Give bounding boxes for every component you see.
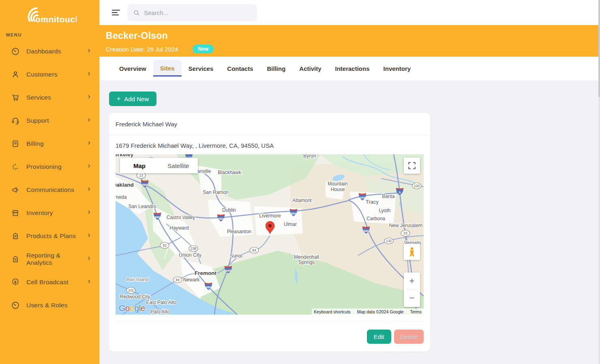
sidebar-item-reporting-analytics[interactable]: Reporting & Analytics — [0, 247, 99, 270]
topbar — [99, 0, 600, 25]
route-shield-5: 5 — [396, 188, 403, 195]
map-town-label: Byron — [303, 154, 316, 159]
search-input[interactable] — [144, 9, 251, 16]
sidebar-item-label: Users & Roles — [26, 302, 92, 309]
map-type-control: Map Satellite — [120, 158, 198, 173]
scrollbar[interactable] — [598, 0, 600, 364]
person-icon — [11, 70, 20, 79]
sidebar-item-support[interactable]: Support — [0, 109, 99, 132]
chevron-right-icon — [86, 209, 92, 217]
edit-button[interactable]: Edit — [367, 330, 391, 344]
sidebar-item-label: Dashboards — [26, 48, 86, 55]
map-town-label: Blackhawk — [218, 170, 241, 175]
fullscreen-button[interactable] — [404, 158, 420, 174]
route-shield-580: 580 — [290, 209, 297, 216]
map-town-label: House — [331, 187, 345, 192]
hamburger-menu-icon[interactable] — [111, 7, 121, 18]
tab-sites[interactable]: Sites — [153, 60, 182, 77]
tab-contacts[interactable]: Contacts — [220, 57, 260, 81]
spinner-icon — [11, 162, 20, 171]
sidebar-item-label: Reporting & Analytics — [26, 252, 86, 266]
sidebar-item-users-roles[interactable]: Users & Roles — [0, 294, 99, 317]
svg-text:580: 580 — [291, 212, 296, 215]
chevron-right-icon — [86, 186, 92, 194]
route-shield-84: 84 — [250, 247, 259, 253]
map-town-label: Livermore — [259, 213, 281, 219]
invoice-icon — [11, 139, 20, 148]
svg-text:33: 33 — [403, 231, 407, 235]
route-shield-33: 33 — [401, 230, 410, 236]
sidebar-item-billing[interactable]: Billing — [0, 132, 99, 155]
chevron-right-icon — [86, 163, 92, 170]
svg-text:580: 580 — [218, 217, 224, 221]
tab-inventory[interactable]: Inventory — [377, 57, 418, 81]
map-town-label: Dublin — [222, 207, 236, 213]
map-town-label: Pleasanton — [227, 229, 251, 234]
route-shield-205: 205 — [359, 193, 366, 200]
sidebar-item-label: Billing — [26, 140, 86, 147]
route-shield-238: 238 — [189, 246, 198, 252]
site-card-footer: Edit Delete — [116, 321, 424, 351]
map-town-label: Ulmar — [284, 221, 297, 227]
map-marker[interactable] — [266, 221, 274, 234]
chevron-right-icon — [86, 232, 92, 240]
sidebar-item-customers[interactable]: Customers — [0, 63, 99, 86]
sidebar-item-cell-broadcast[interactable]: Cell Broadcast — [0, 270, 99, 294]
sidebar-item-dashboards[interactable]: Dashboards — [0, 40, 99, 63]
map-attribution: Keyboard shortcuts Map data ©2024 Google… — [312, 309, 424, 315]
svg-text:580: 580 — [363, 229, 369, 233]
chevron-right-icon — [86, 48, 92, 55]
svg-text:238: 238 — [191, 247, 196, 251]
svg-text:880: 880 — [206, 285, 211, 289]
map-labels-layer: BerkeleyOaklandAlamedaSan LeandroCastro … — [116, 154, 424, 315]
search-box — [127, 4, 257, 21]
sidebar-item-provisioning[interactable]: Provisioning — [0, 155, 99, 178]
site-card-title: Frederick Michael Way — [109, 113, 430, 136]
google-logo[interactable]: Google — [119, 303, 145, 313]
sidebar-item-inventory[interactable]: Inventory — [0, 201, 99, 224]
map-town-label: San Ramon — [203, 189, 228, 195]
tab-interactions[interactable]: Interactions — [328, 57, 377, 81]
zoom-in-button[interactable]: + — [404, 272, 420, 289]
sidebar-item-label: Provisioning — [26, 163, 86, 170]
tab-overview[interactable]: Overview — [112, 57, 153, 81]
svg-text:92: 92 — [163, 243, 167, 247]
chevron-right-icon — [86, 255, 92, 263]
cart-icon — [11, 93, 20, 102]
logo-wifi-icon: omnitouch — [23, 5, 77, 23]
map-town-label: San Leandro — [129, 204, 156, 209]
chevron-right-icon — [86, 279, 92, 286]
sidebar-item-label: Cell Broadcast — [26, 279, 86, 286]
content-area: + Add New Frederick Michael Way 1679 Fre… — [99, 81, 600, 364]
map-town-label: Hayward — [169, 225, 189, 231]
sidebar-item-label: Support — [26, 117, 86, 124]
map-town-label: New Jerusalem — [389, 223, 423, 228]
logo[interactable]: omnitouch — [0, 0, 99, 23]
map[interactable]: BerkeleyOaklandAlamedaSan LeandroCastro … — [116, 154, 424, 315]
satellite-view-button[interactable]: Satellite — [159, 158, 198, 173]
sidebar-item-communications[interactable]: Communications — [0, 178, 99, 201]
svg-text:84: 84 — [176, 278, 180, 282]
zoom-out-button[interactable]: − — [404, 289, 420, 306]
sidebar-menu: DashboardsCustomersServicesSupportBillin… — [0, 40, 99, 317]
pegman-button[interactable] — [404, 244, 420, 260]
app-root: omnitouch MENU DashboardsCustomersServic… — [0, 0, 600, 364]
add-new-button[interactable]: + Add New — [109, 92, 156, 106]
status-badge: New — [193, 45, 214, 53]
map-view-button[interactable]: Map — [120, 158, 159, 173]
tab-billing[interactable]: Billing — [260, 57, 293, 81]
broadcast-icon — [11, 278, 20, 287]
route-shield-580: 580 — [362, 226, 370, 234]
sidebar-item-products-plans[interactable]: Products & Plans — [0, 224, 99, 247]
site-address: 1679 Frederick Michael Way, , Livermore,… — [116, 142, 424, 149]
sidebar-item-services[interactable]: Services — [0, 86, 99, 109]
map-town-label: Tracy — [366, 199, 379, 205]
keyboard-shortcuts-link[interactable]: Keyboard shortcuts — [314, 309, 350, 314]
tab-activity[interactable]: Activity — [292, 57, 328, 81]
sidebar: omnitouch MENU DashboardsCustomersServic… — [0, 0, 99, 364]
pegman-icon — [407, 247, 416, 257]
route-shield-580: 580 — [217, 214, 225, 221]
terms-link[interactable]: Terms — [410, 309, 422, 314]
delete-button[interactable]: Delete — [394, 330, 424, 344]
tab-services[interactable]: Services — [182, 57, 221, 81]
